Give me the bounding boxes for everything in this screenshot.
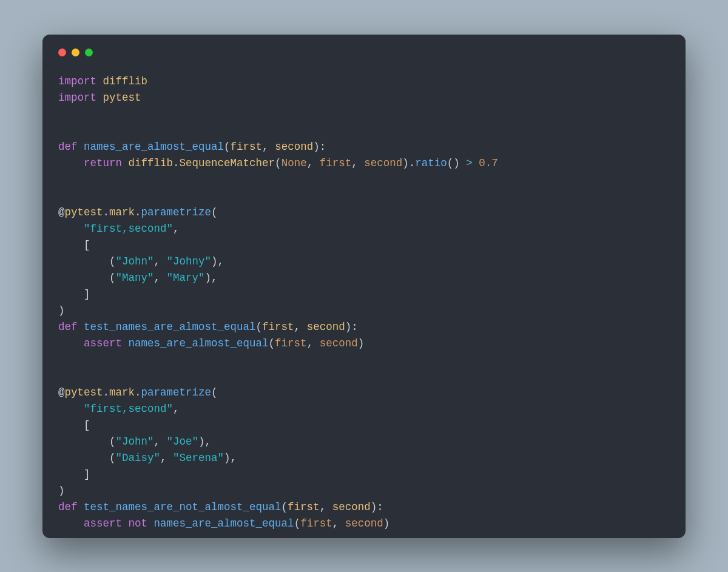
code-token: , [173,403,180,415]
code-token: > [466,157,473,169]
code-token: . [103,386,110,399]
code-token: return [84,157,122,169]
code-token: first [300,517,332,530]
code-token: second [345,517,383,530]
code-token: second [320,337,358,349]
code-token [58,403,84,415]
code-token: pytest [65,386,103,399]
code-token: ( [224,141,231,153]
code-token: second [307,321,345,333]
code-window: import difflib import pytest def names_a… [42,35,686,538]
code-token: ). [402,157,415,169]
code-token: ratio [415,157,447,169]
code-token: ) [58,305,65,317]
code-token: first [275,337,307,349]
code-token: ( [109,436,116,448]
code-token: ] [84,288,90,300]
code-token [147,517,154,530]
code-token: [ [84,239,90,251]
code-token [78,501,84,513]
code-token: "Joe" [167,436,199,448]
code-token: ( [211,206,218,218]
code-token: . [135,386,141,399]
code-token: first [231,141,263,153]
code-token: , [160,452,173,464]
code-token: def [58,321,78,333]
code-line: ("Many", "Mary"), [58,272,218,284]
code-token: ] [84,468,90,480]
code-line: ("John", "Joe"), [58,436,211,448]
code-token [58,468,84,480]
code-token: second [332,501,371,513]
code-token: ) [358,337,365,349]
code-token: difflib [103,75,148,87]
code-token: pytest [103,92,141,104]
code-token: ( [109,272,116,284]
code-token: assert [84,517,122,530]
code-token: not [129,517,148,530]
code-token: ( [269,337,275,349]
code-token: first [288,501,320,513]
code-token [58,239,84,251]
code-token: 0.7 [479,157,498,169]
code-line: ] [58,468,90,480]
code-token: ): [345,321,358,333]
code-token: SequenceMatcher [180,157,275,169]
window-minimize-icon[interactable] [72,49,79,56]
code-token: , [307,157,320,169]
code-token: mark [109,206,135,218]
code-line: import difflib [58,75,147,87]
code-token: ) [58,485,65,497]
code-line: @pytest.mark.parametrize( [58,206,218,218]
code-line: def test_names_are_not_almost_equal(firs… [58,501,383,513]
code-token: @ [58,386,65,399]
code-token: , [307,337,320,349]
code-token: ), [205,272,218,284]
code-token: def [58,141,78,153]
code-token: , [154,272,167,284]
code-token: . [103,206,110,218]
code-token: test_names_are_not_almost_equal [84,501,281,513]
code-token: test_names_are_almost_equal [84,321,256,333]
window-close-icon[interactable] [58,49,66,56]
code-token [58,157,84,169]
window-zoom-icon[interactable] [85,49,93,56]
code-token: , [351,157,364,169]
code-token: ): [313,141,326,153]
code-line: def test_names_are_almost_equal(first, s… [58,321,358,333]
code-line: assert not names_are_almost_equal(first,… [58,517,389,530]
code-token [122,157,129,169]
code-token: @ [58,206,65,218]
code-token [58,272,109,284]
code-token: "John" [116,255,154,267]
code-token [58,436,109,448]
code-line: ] [58,288,90,300]
code-token: ( [211,386,218,399]
code-token: "John" [116,436,154,448]
code-line: return difflib.SequenceMatcher(None, fir… [58,157,498,169]
code-token: parametrize [141,386,212,399]
code-token: second [364,157,402,169]
code-token: [ [84,419,90,431]
code-token: , [154,436,167,448]
code-token: difflib [129,157,174,169]
code-token [58,419,84,431]
code-token: assert [84,337,122,349]
code-token [58,517,84,530]
code-token: , [294,321,307,333]
code-token: ), [224,452,237,464]
code-token: . [135,206,141,218]
code-token: "Daisy" [116,452,161,464]
code-token: "Many" [116,272,154,284]
code-token: ( [109,255,116,267]
code-token: "first,second" [84,403,173,415]
code-token [58,452,109,464]
code-token: first [320,157,352,169]
code-token: "Serena" [173,452,224,464]
code-token [473,157,479,169]
code-token: ( [281,501,288,513]
code-token [58,337,84,349]
code-line: assert names_are_almost_equal(first, sec… [58,337,364,349]
code-token: ), [198,436,211,448]
code-token [58,288,84,300]
